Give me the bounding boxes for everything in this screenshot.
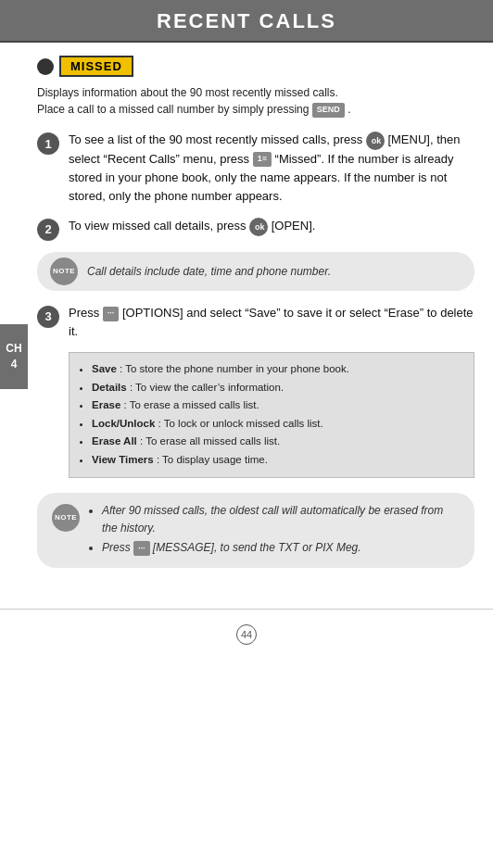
list-item: Details : To view the caller’s informati…: [92, 379, 461, 397]
list-item: Erase : To erase a missed calls list.: [92, 396, 461, 415]
step-1-text: To see a list of the 90 most recently mi…: [69, 131, 474, 206]
options-button-icon: ···: [103, 307, 120, 321]
options-list: Save : To store the phone number in your…: [79, 360, 461, 469]
page-number: 44: [236, 624, 257, 645]
main-content: MISSED Displays information about the 90…: [0, 43, 493, 581]
note-text-1: Call details include date, time and phon…: [87, 265, 331, 278]
send-button-icon: SEND: [312, 103, 345, 118]
chapter-label: CH4: [6, 342, 21, 371]
list-item: Erase All : To erase all missed calls li…: [92, 433, 461, 451]
step-2: 2 To view missed call details, press ok …: [37, 217, 474, 241]
menu-button-icon: 1≡: [253, 152, 272, 167]
step-2-text: To view missed call details, press ok [O…: [69, 217, 315, 236]
note-2-list: After 90 missed calls, the oldest call w…: [89, 502, 460, 558]
step-1: 1 To see a list of the 90 most recently …: [37, 131, 474, 206]
step-3: 3 Press ··· [OPTIONS] and select “Save” …: [37, 304, 474, 341]
note-icon-2: NOTE: [52, 504, 80, 532]
list-item: After 90 missed calls, the oldest call w…: [102, 502, 460, 537]
options-box: Save : To store the phone number in your…: [69, 352, 474, 477]
message-button-icon: ···: [133, 541, 150, 556]
missed-badge-row: MISSED: [37, 56, 474, 77]
note-2-content: After 90 missed calls, the oldest call w…: [89, 502, 460, 560]
step-2-number: 2: [37, 219, 59, 241]
list-item: View Timers : To display usage time.: [92, 451, 461, 470]
step-1-number: 1: [37, 132, 59, 155]
intro-paragraph: Displays information about the 90 most r…: [37, 84, 474, 118]
note-icon-1: NOTE: [50, 258, 78, 285]
step-3-text: Press ··· [OPTIONS] and select “Save” to…: [69, 304, 474, 341]
ok-button-icon-2: ok: [249, 218, 268, 236]
list-item: Lock/Unlock : To lock or unlock missed c…: [92, 415, 461, 434]
page-header: RECENT CALLS: [0, 0, 493, 43]
ok-button-icon: ok: [366, 132, 385, 150]
note-box-2: NOTE After 90 missed calls, the oldest c…: [37, 493, 474, 569]
missed-dot: [37, 58, 54, 75]
page-title: RECENT CALLS: [157, 9, 336, 32]
step-3-number: 3: [37, 306, 59, 328]
page-number-section: 44: [0, 609, 493, 652]
list-item: Press ··· [MESSAGE], to send the TXT or …: [102, 539, 460, 557]
intro-line1: Displays information about the 90 most r…: [37, 86, 338, 99]
chapter-tab: CH4: [0, 324, 28, 389]
note-box-1: NOTE Call details include date, time and…: [37, 252, 474, 291]
intro-line2: Place a call to a missed call number by …: [37, 103, 309, 116]
list-item: Save : To store the phone number in your…: [92, 360, 461, 379]
missed-badge: MISSED: [59, 56, 133, 77]
